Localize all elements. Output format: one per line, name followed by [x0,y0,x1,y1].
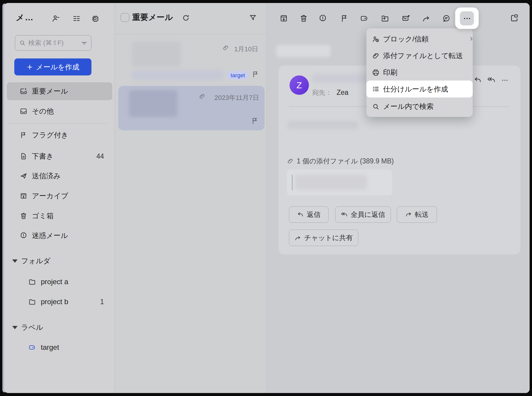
flag-toolbar-icon[interactable] [340,14,349,23]
spam-icon [20,232,27,239]
email-date: 2023年11月7日 [194,93,259,102]
open-side-panel-icon[interactable] [510,13,519,22]
menu-item-create-rule[interactable]: 仕分けルールを作成 [366,81,473,98]
attachment-clip-icon [287,158,294,165]
compose-button[interactable]: メールを作成 [14,58,91,75]
share-icon [294,234,301,241]
list-filter-icon[interactable] [249,14,257,22]
sidebar-item-spam[interactable]: 迷惑メール [7,227,112,245]
folder-icon [28,278,36,286]
forward-button[interactable]: 転送 [397,206,437,223]
select-all-checkbox[interactable] [121,13,129,22]
spam-toolbar-icon[interactable] [318,14,327,23]
to-value[interactable]: Zea [337,89,349,97]
mail-list-icon[interactable] [72,14,81,23]
send-icon [20,172,27,180]
reply-all-button[interactable]: 全員に返信 [335,206,391,223]
contacts-icon[interactable] [51,14,60,23]
forward-icon [405,211,412,218]
sidebar-item-label-target[interactable]: target [7,338,112,356]
blurred-sender-name [312,74,370,83]
to-row: 宛先： Zea [312,88,349,97]
trash-icon [20,212,27,220]
draft-icon [20,152,27,160]
search-icon [19,39,26,47]
attachment-summary: 1 個の添付ファイル (389.9 MB) [297,157,394,166]
email-row[interactable]: 1月10日 target [116,38,265,83]
attachment-caret [292,175,293,190]
share-toolbar-icon[interactable] [422,14,431,23]
sidebar: メ… メールを作成 [4,3,115,393]
collapse-triangle-icon [12,326,18,329]
reply-icon[interactable] [474,76,482,84]
flag-icon[interactable] [252,70,259,78]
flag-icon [20,131,27,139]
menu-item-forward-as-attachment[interactable]: 添付ファイルとして転送 [366,47,473,64]
paperclip-icon [372,52,380,60]
search-icon [372,103,380,111]
email-row-selected[interactable]: 2023年11月7日 [118,86,265,130]
menu-item-search-in-mail[interactable]: メール内で検索 [366,98,473,115]
sidebar-item-drafts[interactable]: 下書き 44 [7,147,112,165]
collapse-triangle-icon [12,259,18,263]
blurred-snippet [132,70,223,80]
move-to-folder-toolbar-icon[interactable] [381,14,390,23]
tag-icon [28,344,36,351]
mark-unread-toolbar-icon[interactable] [401,14,410,23]
more-icon[interactable] [501,76,509,84]
gear-icon[interactable] [91,14,99,23]
more-dots-icon [463,14,472,23]
sidebar-item-important[interactable]: 重要メール [7,82,112,100]
search-box [15,35,91,51]
sidebar-section-labels[interactable]: ラベル [7,319,112,336]
compose-label: メールを作成 [36,62,80,72]
app-title: メ… [16,12,34,23]
screenshot-stage: メ… メールを作成 [0,0,532,396]
reply-button[interactable]: 返信 [289,206,329,223]
sidebar-item-sent[interactable]: 送信済み [7,167,112,185]
rule-list-icon [372,85,380,93]
sidebar-item-archive[interactable]: アーカイブ [7,187,112,205]
sidebar-item-flagged[interactable]: フラグ付き [7,126,112,144]
share-to-chat-button[interactable]: チャットに共有 [289,230,358,246]
to-label: 宛先： [312,88,332,97]
more-actions-menu: ブロック/信頼 添付ファイルとして転送 印刷 仕分けルールを作成 メール内で検索 [366,28,473,117]
blurred-sender [132,42,181,66]
comment-toolbar-icon[interactable] [442,14,451,23]
printer-icon [372,69,380,77]
folder-icon [28,298,36,306]
menu-item-print[interactable]: 印刷 [366,64,473,81]
more-toolbar-button[interactable] [460,11,474,25]
important-inbox-icon [20,87,27,95]
tag-badge[interactable]: target [227,71,249,80]
refresh-icon[interactable] [182,14,190,22]
label-toolbar-icon[interactable] [360,14,368,23]
attachment-tile[interactable] [287,169,392,195]
sidebar-item-other[interactable]: その他 [7,102,112,120]
sidebar-section-folders[interactable]: フォルダ [7,253,112,269]
sidebar-item-project-a[interactable]: project a [7,273,112,291]
pane-divider [115,3,115,393]
blurred-body-line [287,121,358,129]
flag-icon[interactable] [251,117,259,125]
list-header-divider [115,34,267,34]
more-toolbar-button-highlight[interactable] [455,7,479,29]
avatar: Z [290,75,309,95]
search-input[interactable] [15,35,91,50]
pane-divider [267,3,267,393]
archive-toolbar-icon[interactable] [279,14,288,23]
blurred-sender [129,90,177,117]
blurred-filename [295,175,367,190]
search-filter-icon[interactable] [81,40,88,47]
archive-icon [20,192,27,200]
reply-all-icon [341,211,348,218]
plus-icon [27,64,33,70]
email-list-pane: 重要メール 1月10日 target [115,3,267,393]
sidebar-item-trash[interactable]: ゴミ箱 [7,207,112,225]
sidebar-item-project-b[interactable]: project b 1 [7,293,112,311]
reply-all-icon[interactable] [487,76,495,84]
inbox-icon [20,107,27,115]
list-title: 重要メール [132,12,173,23]
menu-item-block-trust[interactable]: ブロック/信頼 [366,31,473,47]
trash-toolbar-icon[interactable] [299,14,308,23]
